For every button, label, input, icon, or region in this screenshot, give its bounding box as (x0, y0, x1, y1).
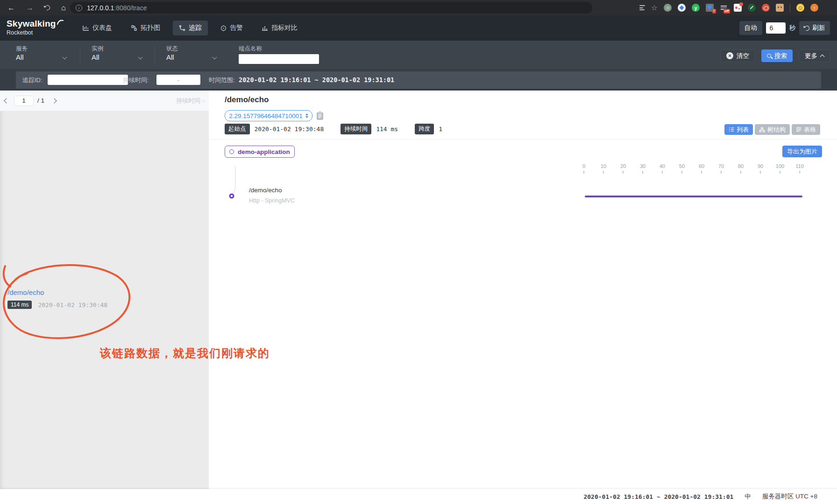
extension-icon-3[interactable]: y (692, 4, 700, 12)
nav-metrics-compare[interactable]: 指标对比 (255, 21, 304, 35)
trace-id-input[interactable] (48, 75, 128, 85)
select-spinner-icon (305, 113, 308, 118)
refresh-button[interactable]: 刷新 (799, 21, 830, 35)
address-bar[interactable]: i 127.0.0.1:8080/trace (70, 2, 592, 14)
prev-page-icon[interactable] (4, 98, 9, 103)
bookmark-star-icon[interactable]: ☆ (651, 3, 658, 12)
reading-list-icon[interactable] (639, 5, 645, 10)
trace-item-endpoint[interactable]: /demo/echo (7, 288, 107, 296)
clear-button[interactable]: ×清空 (720, 49, 755, 62)
trace-id-label: 追踪ID: (22, 76, 43, 84)
nav-topology[interactable]: 拓扑图 (125, 21, 166, 35)
instance-select[interactable]: 实例 All (92, 41, 146, 69)
trace-title: /demo/echo (225, 95, 269, 105)
url-path: :8080/trace (114, 4, 147, 12)
extension-icon-5[interactable]: off (720, 4, 728, 12)
duration-filter-input[interactable] (156, 75, 200, 85)
legend-circle-icon (229, 149, 234, 154)
filter-divider (155, 46, 155, 64)
axis-tick: 20 (620, 163, 626, 174)
info-icon[interactable]: i (76, 5, 82, 11)
axis-tick: 110 (795, 163, 804, 174)
service-value: All (16, 53, 24, 61)
trace-list-panel: 1 / 1 持续时间 ↑↓ /demo/echo 114 ms 2020-01-… (0, 91, 209, 489)
extension-icon-9[interactable] (776, 4, 784, 12)
next-page-icon[interactable] (51, 98, 57, 103)
update-icon[interactable]: ↑ (810, 4, 818, 12)
topology-icon (131, 25, 137, 31)
start-point-badge: 起始点 (225, 124, 250, 134)
view-list-button[interactable]: 列表 (724, 124, 753, 135)
more-button[interactable]: 更多 (799, 49, 830, 62)
view-mode-buttons: 列表 树结构 表格 (724, 124, 820, 135)
extension-icon-2[interactable] (678, 4, 686, 12)
duration-filter-label: 持续时间: (123, 76, 149, 84)
nav-trace[interactable]: 追踪 (173, 21, 208, 35)
profile-avatar[interactable]: ☺ (796, 4, 804, 12)
filter-bar: 服务 All 实例 All 状态 All 端点名称 ×清空 搜索 更多 (0, 41, 837, 69)
screen: ← → ⌂ i 127.0.0.1:8080/trace ☆ y 7 off ☺… (0, 0, 837, 504)
service-legend-button[interactable]: demo-application (225, 146, 295, 158)
page-number-input[interactable]: 1 (14, 96, 34, 106)
extension-icon-8[interactable] (762, 4, 770, 12)
nav-alarm[interactable]: 告警 (214, 21, 249, 35)
service-select[interactable]: 服务 All (16, 41, 70, 69)
browser-nav-controls: ← → ⌂ (7, 0, 66, 15)
span-duration-bar[interactable] (585, 196, 802, 197)
spans-badge: 跨度 (415, 124, 434, 134)
clipboard-icon (316, 111, 324, 120)
extension-icon-6[interactable] (734, 4, 742, 12)
instance-label: 实例 (92, 45, 103, 53)
chevron-down-icon (63, 55, 67, 60)
home-icon[interactable]: ⌂ (61, 4, 66, 12)
logo-subtitle: Rocketbot (7, 29, 64, 36)
skywalking-logo[interactable]: Skywalking Rocketbot (7, 19, 64, 36)
trace-list-item[interactable]: /demo/echo 114 ms 2020-01-02 19:30:48 (7, 288, 107, 309)
forward-icon[interactable]: → (26, 4, 34, 12)
app-header: Skywalking Rocketbot 仪表盘 拓扑图 追踪 告警 指 (0, 15, 837, 41)
list-view-icon (729, 127, 734, 132)
span-component: Http - SpringMVC (249, 197, 295, 204)
span-name[interactable]: /demo/echo (249, 187, 282, 194)
refresh-interval-input[interactable] (766, 22, 786, 34)
instance-value: All (92, 53, 99, 61)
language-toggle[interactable]: 中 (745, 492, 751, 501)
back-icon[interactable]: ← (7, 4, 15, 12)
extension-icon-1[interactable] (664, 4, 672, 12)
url-host: 127.0.0.1 (87, 4, 114, 12)
nav-dashboard[interactable]: 仪表盘 (77, 21, 118, 35)
axis-tick: 50 (679, 163, 685, 174)
trace-meta-row: 起始点 2020-01-02 19:30:48 持续时间 114 ms 跨度 1 (225, 124, 459, 133)
status-value: All (166, 53, 174, 61)
sort-icon: ↑↓ (202, 98, 205, 103)
reload-icon[interactable] (44, 4, 51, 11)
auto-refresh-button[interactable]: 自动 (739, 21, 762, 35)
duration-value: 114 ms (376, 126, 398, 133)
view-tree-button[interactable]: 树结构 (755, 124, 790, 135)
trace-id-select[interactable]: 2.29.15779646484710001 (225, 110, 312, 121)
status-select[interactable]: 状态 All (166, 41, 220, 69)
search-icon (767, 54, 771, 58)
extension-icon-7[interactable] (748, 4, 756, 12)
filter-actions: ×清空 搜索 更多 (720, 49, 830, 62)
server-timezone-label: 服务器时区 UTC +8 (762, 492, 817, 501)
table-view-icon (796, 127, 802, 132)
chevron-down-icon (138, 55, 143, 60)
filter-divider (80, 46, 80, 64)
endpoint-name-input[interactable] (239, 54, 319, 64)
spans-value: 1 (439, 126, 442, 133)
trace-item-start-time: 2020-01-02 19:30:48 (38, 301, 107, 308)
seconds-unit-label: 秒 (789, 24, 796, 32)
axis-tick: 70 (718, 163, 724, 174)
duration-sort-control[interactable]: 持续时间 ↑↓ (176, 97, 205, 105)
dashboard-icon (83, 25, 89, 31)
divider (209, 139, 837, 140)
copy-trace-id-button[interactable] (316, 111, 324, 122)
search-button[interactable]: 搜索 (761, 49, 793, 62)
view-table-button[interactable]: 表格 (792, 124, 820, 135)
export-image-button[interactable]: 导出为图片 (782, 146, 822, 157)
time-range-value[interactable]: 2020-01-02 19:16:01 ~ 2020-01-02 19:31:0… (239, 76, 394, 84)
extension-badge-count: 7 (712, 9, 716, 14)
extension-icon-4[interactable]: 7 (706, 4, 714, 12)
caret-up-icon (820, 55, 825, 59)
